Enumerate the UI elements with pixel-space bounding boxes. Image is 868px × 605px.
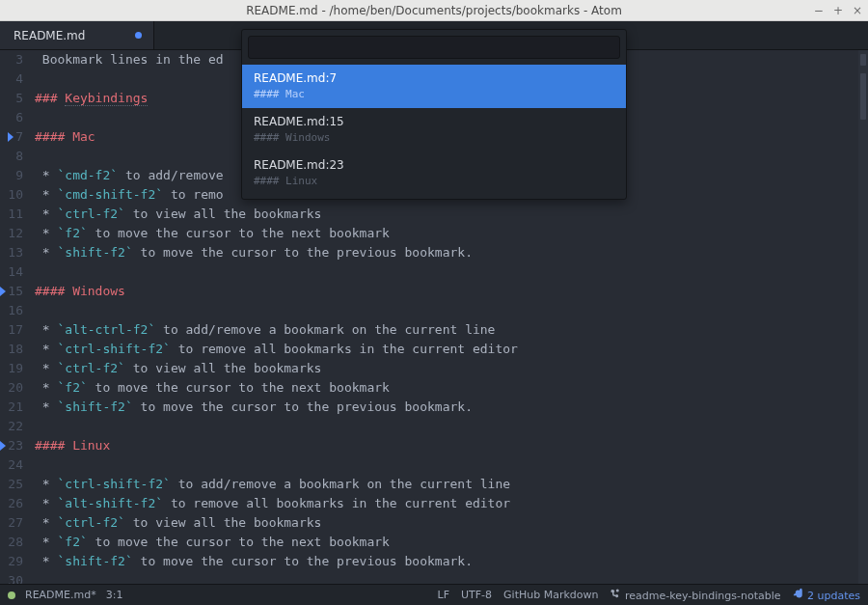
status-cursor-position[interactable]: 3:1: [106, 589, 123, 601]
status-encoding[interactable]: UTF-8: [461, 589, 492, 601]
palette-item[interactable]: README.md:7#### Mac: [242, 65, 626, 108]
bookmarks-palette: README.md:7#### MacREADME.md:15#### Wind…: [241, 29, 627, 200]
palette-item-secondary: #### Linux: [254, 175, 614, 187]
palette-item-primary: README.md:23: [254, 158, 614, 172]
bookmark-marker-icon: [0, 287, 6, 296]
code-line[interactable]: * `ctrl-shift-f2` to remove all bookmark…: [35, 340, 868, 359]
line-number[interactable]: 9: [0, 166, 23, 185]
scrollbar-marker: [860, 54, 866, 66]
scrollbar-marker: [860, 73, 866, 120]
line-number[interactable]: 18: [0, 340, 23, 359]
bookmark-marker-icon: [8, 132, 14, 142]
line-number[interactable]: 16: [0, 301, 23, 320]
palette-item-secondary: #### Windows: [254, 131, 614, 144]
line-number[interactable]: 17: [0, 320, 23, 340]
code-line[interactable]: * `f2` to move the cursor to the next bo…: [35, 378, 868, 398]
line-number[interactable]: 28: [0, 533, 23, 552]
code-line[interactable]: * `ctrl-f2` to view all the bookmarks: [35, 359, 868, 378]
window-titlebar: README.md - /home/ben/Documents/projects…: [0, 0, 868, 21]
line-number[interactable]: 5: [0, 89, 23, 108]
status-updates[interactable]: 2 updates: [793, 588, 860, 602]
code-line[interactable]: * `f2` to move the cursor to the next bo…: [35, 533, 868, 552]
code-line[interactable]: * `shift-f2` to move the cursor to the p…: [35, 552, 868, 571]
git-status-icon: [8, 591, 15, 599]
git-branch-icon: [610, 588, 621, 599]
status-line-ending[interactable]: LF: [438, 589, 449, 601]
squirrel-icon: [793, 588, 804, 599]
code-line[interactable]: * `ctrl-f2` to view all the bookmarks: [35, 513, 868, 533]
status-git-branch[interactable]: readme-key-bindings-notable: [610, 588, 780, 602]
palette-item-secondary: #### Mac: [254, 88, 614, 100]
line-number[interactable]: 21: [0, 398, 23, 417]
line-number[interactable]: 12: [0, 224, 23, 243]
palette-item-primary: README.md:15: [254, 115, 614, 128]
line-number[interactable]: 26: [0, 494, 23, 513]
line-number[interactable]: 7: [0, 127, 23, 147]
palette-list: README.md:7#### MacREADME.md:15#### Wind…: [242, 65, 626, 199]
code-line[interactable]: [35, 262, 868, 282]
line-number[interactable]: 20: [0, 378, 23, 398]
code-line[interactable]: * `shift-f2` to move the cursor to the p…: [35, 243, 868, 262]
window-title: README.md - /home/ben/Documents/projects…: [246, 4, 622, 17]
line-number[interactable]: 13: [0, 243, 23, 262]
tab-label: README.md: [14, 29, 85, 42]
code-line[interactable]: [35, 301, 868, 320]
tab-readme[interactable]: README.md: [0, 21, 154, 49]
updates-label: 2 updates: [807, 590, 860, 602]
line-number[interactable]: 8: [0, 147, 23, 166]
modified-indicator-icon: [135, 32, 142, 39]
code-line[interactable]: #### Windows: [35, 282, 868, 301]
status-bar: README.md* 3:1 LF UTF-8 GitHub Markdown …: [0, 584, 868, 605]
code-line[interactable]: [35, 455, 868, 475]
window-minimize-button[interactable]: −: [814, 0, 824, 21]
status-file-name[interactable]: README.md*: [25, 589, 96, 601]
line-number[interactable]: 6: [0, 108, 23, 127]
code-line[interactable]: * `ctrl-f2` to view all the bookmarks: [35, 205, 868, 224]
line-number[interactable]: 11: [0, 205, 23, 224]
line-number[interactable]: 3: [0, 50, 23, 69]
line-number[interactable]: 27: [0, 513, 23, 533]
line-number[interactable]: 29: [0, 552, 23, 571]
code-line[interactable]: * `alt-ctrl-f2` to add/remove a bookmark…: [35, 320, 868, 340]
code-line[interactable]: [35, 417, 868, 436]
line-number[interactable]: 19: [0, 359, 23, 378]
code-line[interactable]: * `f2` to move the cursor to the next bo…: [35, 224, 868, 243]
line-number-gutter[interactable]: 3456789101112131415161718192021222324252…: [0, 50, 31, 584]
window-close-button[interactable]: ×: [853, 0, 862, 21]
status-grammar[interactable]: GitHub Markdown: [503, 589, 598, 601]
line-number[interactable]: 24: [0, 455, 23, 475]
line-number[interactable]: 22: [0, 417, 23, 436]
branch-label: readme-key-bindings-notable: [625, 590, 781, 602]
code-line[interactable]: * `alt-shift-f2` to remove all bookmarks…: [35, 494, 868, 513]
line-number[interactable]: 4: [0, 69, 23, 89]
palette-item[interactable]: README.md:23#### Linux: [242, 151, 626, 195]
palette-item-primary: README.md:7: [254, 71, 614, 85]
palette-item[interactable]: README.md:15#### Windows: [242, 108, 626, 151]
bookmark-marker-icon: [0, 441, 6, 451]
line-number[interactable]: 15: [0, 282, 23, 301]
code-line[interactable]: * `ctrl-shift-f2` to add/remove a bookma…: [35, 475, 868, 494]
line-number[interactable]: 14: [0, 262, 23, 282]
code-line[interactable]: * `shift-f2` to move the cursor to the p…: [35, 398, 868, 417]
window-maximize-button[interactable]: +: [833, 0, 843, 21]
palette-search-input[interactable]: [248, 36, 620, 59]
line-number[interactable]: 10: [0, 185, 23, 205]
line-number[interactable]: 23: [0, 436, 23, 455]
scrollbar-track[interactable]: [858, 50, 868, 584]
code-line[interactable]: #### Linux: [35, 436, 868, 455]
line-number[interactable]: 25: [0, 475, 23, 494]
